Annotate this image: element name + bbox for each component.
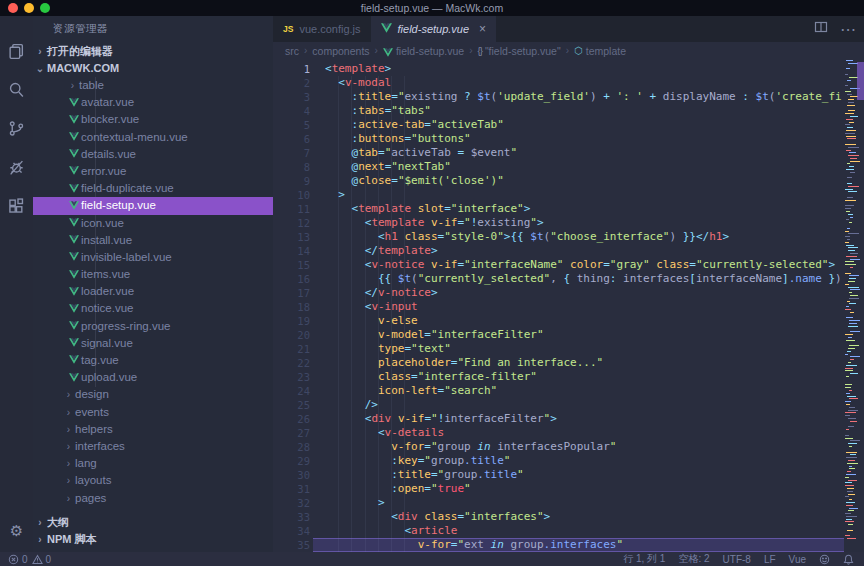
- code-line-13[interactable]: <h1 class="style-0">{{ $t("choose_interf…: [325, 230, 842, 244]
- breadcrumb-item[interactable]: components: [312, 42, 369, 60]
- problems-status[interactable]: 00: [0, 554, 51, 565]
- file-item-avatar.vue[interactable]: avatar.vue: [33, 94, 273, 111]
- extensions-icon[interactable]: [0, 189, 33, 223]
- code-line-19[interactable]: v-else: [325, 314, 842, 328]
- file-item-events[interactable]: ›events: [33, 404, 273, 421]
- file-item-table[interactable]: ›table: [33, 77, 273, 94]
- code-line-18[interactable]: <v-input: [325, 300, 842, 314]
- code-line-17[interactable]: </v-notice>: [325, 286, 842, 300]
- settings-gear-icon[interactable]: ⚙: [0, 522, 33, 540]
- file-item-field-setup.vue[interactable]: field-setup.vue: [33, 197, 273, 214]
- code-line-7[interactable]: @tab="activeTab = $event": [325, 146, 842, 160]
- code-line-4[interactable]: :tabs="tabs": [325, 104, 842, 118]
- code-line-16[interactable]: {{ $t("currently_selected", { thing: int…: [325, 272, 842, 286]
- code-line-33[interactable]: <div class="interfaces">: [325, 510, 842, 524]
- code-line-5[interactable]: :active-tab="activeTab": [325, 118, 842, 132]
- code-line-32[interactable]: >: [325, 496, 842, 510]
- file-item-items.vue[interactable]: items.vue: [33, 266, 273, 283]
- code-line-28[interactable]: v-for="group in interfacesPopular": [325, 440, 842, 454]
- code-line-29[interactable]: :key="group.title": [325, 454, 842, 468]
- code-line-11[interactable]: <template slot="interface">: [325, 202, 842, 216]
- error-circle-status[interactable]: 0: [8, 554, 28, 565]
- scrollbar-thumb[interactable]: [857, 62, 864, 100]
- file-item-tag.vue[interactable]: tag.vue: [33, 352, 273, 369]
- breadcrumb-item[interactable]: {}"field-setup.vue": [478, 42, 561, 60]
- code-line-2[interactable]: <v-modal: [325, 76, 842, 90]
- status--1-1[interactable]: 行 1, 列 1: [623, 552, 665, 566]
- file-item-details.vue[interactable]: details.vue: [33, 146, 273, 163]
- explorer-icon[interactable]: [0, 34, 33, 68]
- npm-scripts-section[interactable]: ›NPM 脚本: [33, 531, 273, 548]
- vue-file-icon: [66, 180, 81, 197]
- tab-field-setup.vue[interactable]: field-setup.vue×: [371, 16, 497, 42]
- code-line-24[interactable]: icon-left="search": [325, 384, 842, 398]
- source-control-icon[interactable]: [0, 111, 33, 145]
- file-item-install.vue[interactable]: install.vue: [33, 232, 273, 249]
- code-line-6[interactable]: :buttons="buttons": [325, 132, 842, 146]
- file-item-loader.vue[interactable]: loader.vue: [33, 283, 273, 300]
- status--2[interactable]: 空格: 2: [678, 552, 709, 566]
- file-item-progress-ring.vue[interactable]: progress-ring.vue: [33, 318, 273, 335]
- chevron-right-icon: ›: [62, 490, 75, 507]
- code-line-10[interactable]: >: [325, 188, 842, 202]
- code-line-21[interactable]: type="text": [325, 342, 842, 356]
- bell-icon[interactable]: [843, 554, 854, 565]
- status-utf-8[interactable]: UTF-8: [723, 554, 751, 565]
- file-label: events: [75, 406, 109, 418]
- file-item-design[interactable]: ›design: [33, 386, 273, 403]
- tab-vue.config.js[interactable]: JSvue.config.js: [273, 16, 371, 42]
- file-item-icon.vue[interactable]: icon.vue: [33, 215, 273, 232]
- code-line-12[interactable]: <template v-if="!existing">: [325, 216, 842, 230]
- code-line-9[interactable]: @close="$emit('close')": [325, 174, 842, 188]
- code-editor[interactable]: 1234567891011121314151617181920212223242…: [273, 60, 864, 552]
- breadcrumb-item[interactable]: field-setup.vue: [383, 42, 464, 60]
- file-item-field-duplicate.vue[interactable]: field-duplicate.vue: [33, 180, 273, 197]
- file-item-layouts[interactable]: ›layouts: [33, 472, 273, 489]
- file-item-helpers[interactable]: ›helpers: [33, 421, 273, 438]
- breadcrumb-item[interactable]: src: [285, 42, 299, 60]
- code-line-23[interactable]: class="interface-filter": [325, 370, 842, 384]
- file-item-blocker.vue[interactable]: blocker.vue: [33, 111, 273, 128]
- code-line-3[interactable]: :title="existing ? $t('update_field') + …: [325, 90, 842, 104]
- outline-section[interactable]: ›大纲: [33, 514, 273, 531]
- code-line-30[interactable]: :title="group.title": [325, 468, 842, 482]
- chevron-right-icon: ›: [33, 531, 47, 548]
- file-item-contextual-menu.vue[interactable]: contextual-menu.vue: [33, 129, 273, 146]
- breadcrumb-separator-icon: ›: [469, 42, 472, 60]
- file-item-upload.vue[interactable]: upload.vue: [33, 369, 273, 386]
- file-item-interfaces[interactable]: ›interfaces: [33, 438, 273, 455]
- file-item-lang[interactable]: ›lang: [33, 455, 273, 472]
- code-line-14[interactable]: </template>: [325, 244, 842, 258]
- file-item-invisible-label.vue[interactable]: invisible-label.vue: [33, 249, 273, 266]
- status-bar: 00 行 1, 列 1空格: 2UTF-8LFVue: [0, 552, 864, 566]
- file-item-signal.vue[interactable]: signal.vue: [33, 335, 273, 352]
- minimap[interactable]: [845, 60, 860, 550]
- more-actions-icon[interactable]: ⋯: [840, 20, 856, 39]
- file-item-error.vue[interactable]: error.vue: [33, 163, 273, 180]
- status-vue[interactable]: Vue: [789, 554, 806, 565]
- code-line-15[interactable]: <v-notice v-if="interfaceName" color="gr…: [325, 258, 842, 272]
- search-icon[interactable]: [0, 72, 33, 106]
- code-line-31[interactable]: :open="true": [325, 482, 842, 496]
- debug-icon[interactable]: [0, 150, 33, 184]
- code-line-27[interactable]: <v-details: [325, 426, 842, 440]
- warning-triangle-status[interactable]: 0: [32, 554, 52, 565]
- code-line-1[interactable]: <template>: [325, 62, 842, 76]
- code-line-20[interactable]: v-model="interfaceFilter": [325, 328, 842, 342]
- code-line-22[interactable]: placeholder="Find an interface...": [325, 356, 842, 370]
- feedback-smiley-icon[interactable]: [819, 554, 830, 565]
- code-line-25[interactable]: />: [325, 398, 842, 412]
- workspace-root[interactable]: ⌄MACWK.COM: [33, 60, 273, 77]
- file-item-pages[interactable]: ›pages: [33, 490, 273, 507]
- close-tab-icon[interactable]: ×: [479, 22, 486, 36]
- status-lf[interactable]: LF: [764, 554, 776, 565]
- code-line-35[interactable]: v-for="ext in group.interfaces": [325, 538, 842, 552]
- code-line-26[interactable]: <div v-if="!interfaceFilter">: [325, 412, 842, 426]
- file-item-notice.vue[interactable]: notice.vue: [33, 300, 273, 317]
- split-editor-icon[interactable]: [814, 20, 828, 38]
- code-line-8[interactable]: @next="nextTab": [325, 160, 842, 174]
- editor-group: JSvue.config.jsfield-setup.vue× ⋯ src›co…: [273, 16, 864, 552]
- breadcrumb-item[interactable]: ⬡template: [574, 42, 626, 60]
- open-editors-section[interactable]: ›打开的编辑器: [33, 43, 273, 60]
- code-line-34[interactable]: <article: [325, 524, 842, 538]
